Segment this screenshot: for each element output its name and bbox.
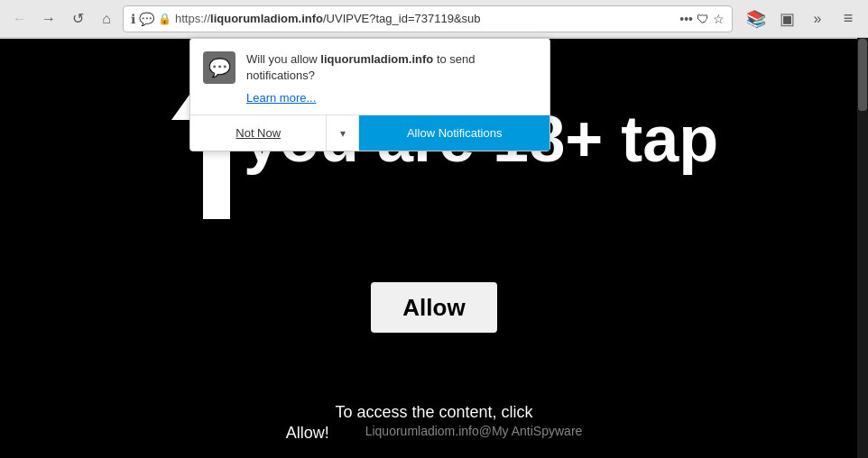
learn-more-link[interactable]: Learn more... [246,91,316,105]
popup-domain: liquorumladiom.info [320,52,433,66]
more-tabs-button[interactable]: » [805,6,830,32]
notification-icon: 💬 [203,51,235,84]
allow-button[interactable]: Allow [371,282,497,333]
library-button[interactable]: 📚 [743,6,769,32]
popup-text-area: Will you allow liquorumladiom.info to se… [246,51,537,105]
popup-question: Will you allow liquorumladiom.info to se… [246,51,537,84]
chat-icon: 💬 [208,57,231,78]
url-display: https://liquorumladiom.info/UVIPVE?tag_i… [175,12,676,25]
refresh-icon: ↺ [72,10,84,27]
popup-body: 💬 Will you allow liquorumladiom.info to … [190,39,549,114]
dropdown-button[interactable]: ▾ [327,115,359,151]
msg-icon: 💬 [139,12,154,26]
popup-actions: Not Now ▾ Allow Notifications [190,114,549,151]
more-dots-icon: ••• [679,12,693,26]
bookmark-icon: ☆ [713,12,725,26]
library-icon: 📚 [746,9,766,29]
browser-toolbar: 📚 ▣ » ≡ [736,6,861,32]
refresh-button[interactable]: ↺ [65,6,90,32]
url-prefix: https:// [175,12,210,25]
url-path: /UVIPVE?tag_id=737119&sub [323,12,481,25]
address-bar[interactable]: ℹ 💬 🔒 https://liquorumladiom.info/UVIPVE… [123,5,733,32]
sidebar-icon: ▣ [780,9,795,29]
home-button[interactable]: ⌂ [94,6,119,32]
forward-button[interactable]: → [36,6,61,32]
scrollbar-thumb[interactable] [858,39,867,111]
info-icon: ℹ [131,12,135,26]
back-icon: ← [13,11,27,27]
question-prefix: Will you allow [246,52,320,66]
bottom-line1: To access the content, click [0,403,868,422]
forward-icon: → [42,11,56,27]
bottom-line2: Allow! [286,424,329,443]
allow-notifications-button[interactable]: Allow Notifications [359,115,549,151]
shield-icon: 🛡 [697,12,709,26]
home-icon: ⌂ [102,11,111,27]
menu-button[interactable]: ≡ [836,6,861,32]
not-now-button[interactable]: Not Now [190,115,327,151]
bottom-attribution: Liquorumladiom.info@My AntiSpyware [365,424,583,443]
browser-chrome: ← → ↺ ⌂ ℹ 💬 🔒 https://liquorumladiom.inf… [0,0,868,39]
chevron-down-icon: ▾ [340,127,346,140]
scrollbar[interactable] [857,38,868,458]
sidebar-button[interactable]: ▣ [774,6,799,32]
url-domain: liquorumladiom.info [210,12,323,25]
notification-popup: 💬 Will you allow liquorumladiom.info to … [189,38,550,151]
back-button[interactable]: ← [7,6,32,32]
browser-titlebar: ← → ↺ ⌂ ℹ 💬 🔒 https://liquorumladiom.inf… [0,0,868,38]
hamburger-icon: ≡ [844,9,854,28]
lock-icon: 🔒 [158,13,171,25]
more-tabs-icon: » [814,11,822,27]
bottom-text-area: To access the content, click Allow! Liqu… [0,403,868,443]
